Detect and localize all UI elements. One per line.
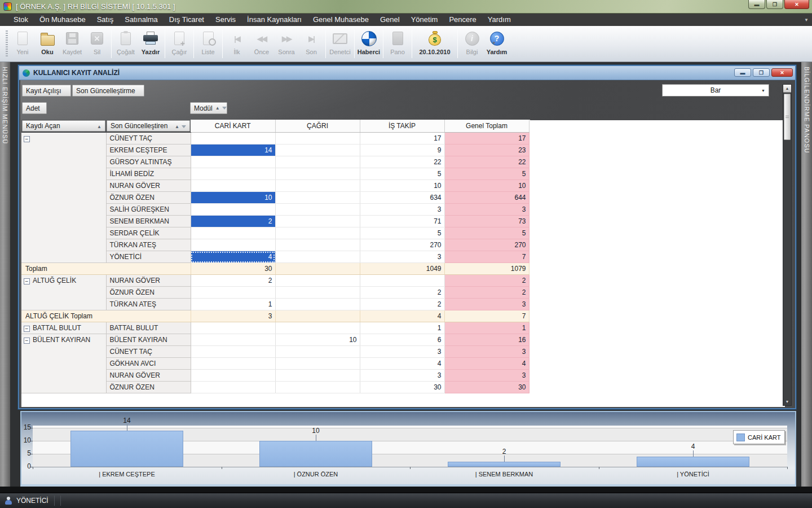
pivot-cell[interactable]: 10 [191,192,275,204]
pivot-cell[interactable]: 3 [360,204,444,216]
pivot-cell[interactable] [191,382,275,393]
pivot-total-cell[interactable]: 3 [444,346,529,358]
pivot-cell[interactable] [275,168,360,180]
menu-item-i̇nsan-kaynakları[interactable]: İnsan Kaynakları [241,14,307,26]
pivot-total-cell[interactable]: 2 [444,287,529,299]
pivot-cell[interactable]: 1 [191,299,275,310]
row-label[interactable]: GÖKHAN AVCI [106,358,191,370]
menu-overflow-chevron-icon[interactable]: ▼ [804,17,809,23]
menu-item-yönetim[interactable]: Yönetim [405,14,444,26]
pivot-cell[interactable]: 5 [360,168,444,180]
collapse-icon[interactable]: − [24,136,30,142]
pivot-cell[interactable] [191,346,275,358]
menu-item-ön-muhasebe[interactable]: Ön Muhasebe [34,14,91,26]
pivot-cell[interactable] [191,133,275,144]
pivot-cell[interactable] [275,192,360,204]
menu-item-pencere[interactable]: Pencere [443,14,482,26]
pivot-cell[interactable]: 4 [191,251,275,263]
pivot-cell[interactable] [360,275,444,287]
scroll-down-icon[interactable]: ▼ [783,397,791,405]
pivot-cell[interactable]: 10 [275,334,360,346]
toolbar-button-yeni[interactable]: Yeni [10,26,35,62]
pivot-cell[interactable]: 6 [360,334,444,346]
toolbar-button-denetci[interactable]: Denetci [328,26,352,62]
pivot-cell[interactable]: 22 [360,156,444,168]
pivot-cell[interactable] [275,227,360,239]
collapse-icon[interactable]: − [24,326,30,332]
app-close-button[interactable]: ✕ [784,0,809,9]
pivot-total-cell[interactable]: 5 [444,168,529,180]
group-row-label[interactable]: −ALTUĞ ÇELİK [21,275,106,310]
pivot-cell[interactable] [191,180,275,192]
group-row-label[interactable]: −BÜLENT KAYIRAN [21,334,106,393]
row-label[interactable]: BÜLENT KAYIRAN [106,334,191,346]
toolbar-button-kaydet[interactable]: Kaydet [60,26,85,62]
collapse-icon[interactable]: − [24,338,30,344]
quick-access-strip[interactable]: HIZLI ERİŞİM MENÜSÜ [0,62,10,489]
pivot-cell[interactable] [191,239,275,251]
app-restore-button[interactable]: ❐ [766,0,783,9]
column-header-i-taki-p[interactable]: İŞ TAKİP [360,120,444,133]
pivot-cell[interactable] [275,133,360,144]
row-label[interactable]: NURAN GÖVER [106,275,191,287]
pivot-total-cell[interactable]: 30 [444,382,529,393]
toolbar-button-20-10-2010[interactable]: $20.10.2010 [414,26,456,62]
row-field-button-2[interactable]: Son Güncelleştiren▲ [107,120,190,132]
row-label[interactable]: İLHAMİ BEDİZ [106,168,191,180]
pivot-cell[interactable] [275,251,360,263]
scroll-up-icon[interactable]: ▲ [783,85,791,93]
chart-bar[interactable] [448,462,561,467]
pivot-cell[interactable] [191,227,275,239]
pivot-cell[interactable]: 10 [360,180,444,192]
chart-bar[interactable] [637,457,749,467]
chart-bar[interactable] [70,431,183,467]
pivot-cell[interactable] [275,382,360,393]
pivot-cell[interactable]: 17 [360,133,444,144]
toolbar-button--nce[interactable]: ◀◀Önce [249,26,274,62]
column-header-cari-kart[interactable]: CARİ KART [191,120,275,133]
pivot-total-cell[interactable]: 22 [444,156,529,168]
menu-item-satınalma[interactable]: Satınalma [119,14,164,26]
row-label[interactable]: YÖNETİCİ [106,251,191,263]
pivot-cell[interactable] [191,358,275,370]
app-minimize-button[interactable]: ▬ [748,0,765,9]
analysis-restore-button[interactable]: ❐ [753,68,770,77]
row-label[interactable]: SALİH GÜREŞKEN [106,204,191,216]
row-label[interactable]: SERDAR ÇELİK [106,227,191,239]
row-label[interactable]: BATTAL BULUT [106,322,191,334]
pivot-cell[interactable] [275,299,360,310]
analysis-minimize-button[interactable]: ▬ [734,68,751,77]
pivot-total-cell[interactable]: 4 [444,358,529,370]
pivot-cell[interactable]: 14 [191,144,275,156]
menu-item-satış[interactable]: Satış [91,14,120,26]
pivot-total-cell[interactable]: 644 [444,192,529,204]
row-label[interactable]: EKREM CEŞTEPE [106,144,191,156]
pivot-cell[interactable]: 634 [360,192,444,204]
vertical-scrollbar[interactable]: ▲ ▼ [783,84,792,406]
row-label[interactable]: ÖZNUR ÖZEN [106,287,191,299]
row-label[interactable]: TÜRKAN ATEŞ [106,239,191,251]
toolbar-button-yard-m[interactable]: ?Yardım [484,26,509,62]
pivot-cell[interactable]: 4 [360,358,444,370]
toolbar-button-pano[interactable]: Pano [385,26,410,62]
pivot-cell[interactable]: 9 [360,144,444,156]
tab-son-guncellestirme[interactable]: Son Güncelleştirme [72,85,144,97]
toolbar-button-bilgi[interactable]: iBilgi [460,26,484,62]
menu-item-yardım[interactable]: Yardım [482,14,517,26]
measure-field-button[interactable]: Adet [22,102,47,114]
pivot-cell[interactable]: 1 [360,322,444,334]
pivot-cell[interactable] [191,204,275,216]
pivot-cell[interactable]: 2 [191,275,275,287]
menu-item-genel[interactable]: Genel [374,14,405,26]
pivot-total-cell[interactable]: 10 [444,180,529,192]
chart-bar[interactable] [259,441,372,467]
analysis-close-button[interactable]: ✕ [771,68,793,77]
group-row-label[interactable]: − [21,133,106,263]
pivot-cell[interactable]: 71 [360,216,444,227]
pivot-total-cell[interactable]: 5 [444,227,529,239]
pivot-cell[interactable]: 3 [360,346,444,358]
pivot-cell[interactable] [275,370,360,382]
tab-kayit-acilisi[interactable]: Kayıt Açılışı [22,85,71,97]
toolbar-button-son[interactable]: ▶|Son [299,26,324,62]
toolbar-overflow-chevron-icon[interactable]: ▼ [492,41,496,46]
